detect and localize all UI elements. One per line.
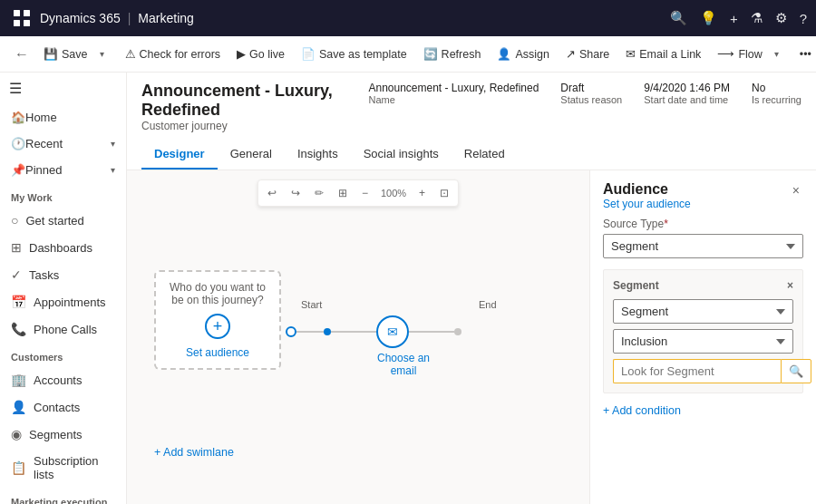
flow-dropdown-button[interactable]: ▾ — [772, 45, 782, 63]
sidebar-item-home[interactable]: 🏠 Home — [0, 104, 126, 131]
panel-body: Source Type* Segment Segment × Segment — [590, 218, 816, 504]
page-header: Announcement - Luxury, Redefined Custome… — [127, 73, 816, 170]
save-dropdown-button[interactable]: ▾ — [97, 45, 107, 63]
set-audience-link[interactable]: Set audience — [186, 346, 249, 359]
zoom-in-button[interactable]: + — [413, 183, 432, 203]
funnel-nav-icon[interactable]: ⚗ — [751, 10, 763, 26]
plus-nav-icon[interactable]: + — [730, 11, 738, 26]
accounts-icon: 🏢 — [11, 373, 26, 387]
segment-search-input[interactable] — [613, 359, 781, 383]
tasks-icon: ✓ — [11, 267, 22, 282]
panel-title: Audience — [603, 181, 691, 198]
sidebar-item-phone-calls[interactable]: 📞 Phone Calls — [0, 315, 126, 343]
share-icon: ↗ — [566, 47, 576, 61]
more-button[interactable]: ••• — [792, 44, 816, 64]
add-condition-button[interactable]: + Add condition — [603, 401, 803, 421]
recent-arrow: ▾ — [111, 139, 115, 149]
sidebar-item-recent[interactable]: 🕐 Recent ▾ — [0, 131, 126, 157]
layout-button[interactable]: ⊞ — [332, 183, 354, 203]
panel-subtitle[interactable]: Set your audience — [603, 198, 691, 210]
home-icon: 🏠 — [11, 111, 25, 124]
sidebar-item-appointments[interactable]: 📅 Appointments — [0, 288, 126, 315]
sidebar-item-segments[interactable]: ◉ Segments — [0, 421, 126, 448]
fit-button[interactable]: ⊡ — [433, 183, 455, 203]
search-nav-icon[interactable]: 🔍 — [670, 10, 687, 26]
tab-social-insights[interactable]: Social insights — [351, 140, 452, 170]
assign-icon: 👤 — [497, 47, 511, 61]
page-header-top: Announcement - Luxury, Redefined Custome… — [141, 82, 801, 132]
command-bar: ← 💾 Save ▾ ⚠ Check for errors ▶ Go live … — [0, 36, 816, 73]
meta-recurring: No Is recurring — [752, 82, 801, 105]
choose-email-label[interactable]: Choose an email — [367, 352, 440, 377]
segment-search-button[interactable]: 🔍 — [781, 359, 811, 383]
content-area: Announcement - Luxury, Redefined Custome… — [127, 73, 816, 504]
go-live-button[interactable]: ▶ Go live — [229, 44, 292, 64]
check-errors-button[interactable]: ⚠ Check for errors — [118, 44, 228, 64]
zoom-out-button[interactable]: − — [355, 183, 374, 203]
pinned-arrow: ▾ — [111, 165, 115, 175]
source-type-select[interactable]: Segment — [603, 234, 803, 258]
segment-search-row: 🔍 — [613, 359, 793, 383]
recent-icon: 🕐 — [11, 137, 25, 150]
undo-button[interactable]: ↩ — [261, 183, 283, 203]
hamburger-button[interactable]: ☰ — [0, 73, 126, 104]
email-link-button[interactable]: ✉ Email a Link — [618, 44, 708, 64]
canvas-toolbar: ↩ ↪ ✏ ⊞ − 100% + ⊡ — [257, 179, 459, 207]
save-dropdown-icon: ▾ — [100, 49, 104, 59]
app-grid-icon[interactable] — [9, 5, 34, 31]
phone-icon: 📞 — [11, 322, 26, 336]
meta-datetime: 9/4/2020 1:46 PM Start date and time — [644, 82, 730, 105]
tab-designer[interactable]: Designer — [141, 140, 218, 170]
start-node[interactable]: Who do you want to be on this journey? +… — [154, 270, 281, 370]
panel-close-button[interactable]: × — [789, 181, 803, 199]
segment-type-select[interactable]: Segment — [613, 299, 793, 324]
settings-nav-icon[interactable]: ⚙ — [775, 10, 787, 26]
tab-general[interactable]: General — [218, 140, 285, 170]
source-type-field: Source Type* Segment — [603, 218, 803, 258]
help-nav-icon[interactable]: ? — [800, 11, 807, 26]
sidebar-item-tasks[interactable]: ✓ Tasks — [0, 261, 126, 288]
journey-canvas: Who do you want to be on this journey? +… — [145, 216, 589, 486]
sidebar-item-accounts[interactable]: 🏢 Accounts — [0, 366, 126, 393]
tab-insights[interactable]: Insights — [285, 140, 351, 170]
back-icon: ← — [15, 46, 29, 63]
panel-header: Audience Set your audience × — [590, 170, 816, 218]
my-work-section-header: My Work — [0, 183, 126, 207]
page-title: Announcement - Luxury, Redefined — [141, 82, 368, 120]
back-button[interactable]: ← — [9, 43, 34, 66]
segment-section-close[interactable]: × — [787, 279, 793, 292]
brand-name: Dynamics 365 | Marketing — [40, 11, 194, 25]
email-node[interactable]: ✉ — [376, 315, 409, 348]
save-template-button[interactable]: 📄 Save as template — [294, 44, 414, 64]
tab-related[interactable]: Related — [452, 140, 518, 170]
get-started-icon: ○ — [11, 213, 18, 228]
canvas-container: ↩ ↪ ✏ ⊞ − 100% + ⊡ Who do you want to be… — [127, 170, 816, 504]
edit-mode-button[interactable]: ✏ — [308, 183, 330, 203]
sidebar-item-subscription-lists[interactable]: 📋 Subscription lists — [0, 448, 126, 488]
sidebar-item-dashboards[interactable]: ⊞ Dashboards — [0, 234, 126, 261]
go-live-icon: ▶ — [237, 47, 246, 61]
redo-button[interactable]: ↪ — [285, 183, 306, 203]
add-swimlane-button[interactable]: + Add swimlane — [154, 446, 234, 459]
share-button[interactable]: ↗ Share — [559, 44, 617, 64]
email-link-icon: ✉ — [626, 47, 636, 61]
check-icon: ⚠ — [125, 47, 136, 61]
inclusion-select[interactable]: Inclusion — [613, 329, 793, 354]
page-tabs: Designer General Insights Social insight… — [141, 140, 801, 170]
flow-end-dot — [454, 328, 461, 335]
refresh-button[interactable]: 🔄 Refresh — [416, 44, 489, 64]
save-button[interactable]: 💾 Save — [36, 44, 95, 64]
add-audience-button[interactable]: + — [205, 314, 230, 339]
sidebar-item-contacts[interactable]: 👤 Contacts — [0, 393, 126, 421]
assign-button[interactable]: 👤 Assign — [490, 44, 557, 64]
sidebar-item-get-started[interactable]: ○ Get started — [0, 207, 126, 234]
refresh-icon: 🔄 — [423, 47, 438, 61]
svg-rect-0 — [14, 10, 20, 16]
flow-button[interactable]: ⟶ Flow — [710, 44, 769, 64]
top-nav-icons: 🔍 💡 + ⚗ ⚙ ? — [670, 10, 807, 26]
panel-title-group: Audience Set your audience — [603, 181, 691, 210]
sidebar-item-pinned[interactable]: 📌 Pinned ▾ — [0, 157, 126, 183]
flow-dropdown-icon: ▾ — [774, 49, 779, 59]
lightbulb-nav-icon[interactable]: 💡 — [700, 10, 717, 26]
source-type-label: Source Type* — [603, 218, 803, 230]
